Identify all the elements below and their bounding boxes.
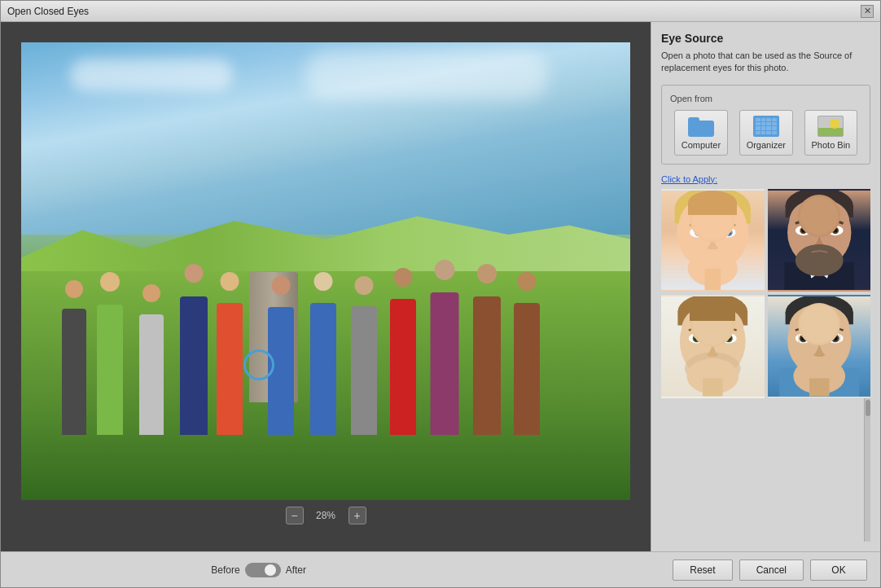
face-thumbnail-2[interactable]	[768, 189, 871, 292]
close-button[interactable]: ✕	[861, 5, 874, 18]
svg-point-49	[799, 335, 807, 343]
svg-rect-40	[703, 379, 723, 397]
selection-circle-overlay	[243, 349, 274, 380]
svg-point-9	[726, 230, 731, 235]
before-after-toggle: Before After	[211, 563, 469, 577]
main-content: − 28% + Eye Source Open a photo that can…	[1, 22, 880, 551]
folder-icon	[688, 116, 714, 137]
open-from-label: Open from	[670, 94, 861, 103]
person-11	[469, 264, 505, 435]
svg-point-31	[682, 305, 743, 353]
photo-background	[21, 42, 630, 500]
svg-point-4	[690, 227, 706, 237]
svg-point-52	[833, 336, 837, 340]
eye-source-title: Eye Source	[661, 32, 870, 45]
photo-preview	[21, 42, 630, 500]
zoom-in-button[interactable]: +	[348, 507, 366, 524]
open-from-group: Open from Computer	[661, 85, 870, 165]
click-to-apply-label: Click to Apply:	[661, 174, 870, 184]
face-thumbnails-grid	[661, 189, 870, 398]
svg-point-35	[693, 335, 701, 343]
bottom-bar: Before After Reset Cancel OK	[1, 551, 880, 587]
computer-button[interactable]: Computer	[674, 110, 728, 156]
dialog-open-closed-eyes: Open Closed Eyes ✕	[0, 0, 881, 588]
svg-point-51	[800, 336, 804, 340]
before-after-switch[interactable]	[245, 563, 281, 577]
people-group	[54, 191, 598, 435]
photo-bin-button[interactable]: Photo Bin	[804, 110, 858, 156]
person-4	[176, 264, 212, 435]
person-7	[306, 272, 340, 435]
reset-button[interactable]: Reset	[673, 559, 732, 581]
svg-point-25	[833, 228, 837, 232]
svg-point-19	[789, 199, 849, 243]
ok-button[interactable]: OK	[810, 559, 867, 581]
photo-bin-icon	[817, 116, 844, 137]
person-12	[510, 272, 544, 435]
person-9	[386, 268, 420, 435]
cancel-button[interactable]: Cancel	[739, 559, 804, 581]
svg-rect-12	[704, 268, 721, 290]
dialog-title: Open Closed Eyes	[7, 6, 89, 17]
svg-point-22	[800, 226, 807, 234]
person-3	[135, 284, 168, 435]
person-1	[58, 280, 90, 435]
svg-point-5	[720, 227, 736, 237]
right-panel: Eye Source Open a photo that can be used…	[651, 22, 880, 551]
face-thumbnail-4[interactable]	[768, 295, 871, 398]
person-8	[347, 276, 381, 435]
svg-point-20	[795, 226, 811, 235]
after-label: After	[286, 564, 306, 576]
face-thumbnail-1[interactable]	[661, 189, 765, 292]
person-5	[213, 272, 247, 435]
person-10	[427, 260, 462, 435]
zoom-controls: − 28% +	[286, 500, 366, 531]
svg-point-6	[695, 228, 703, 236]
zoom-out-button[interactable]: −	[286, 507, 304, 524]
svg-point-37	[695, 336, 699, 340]
grid-icon	[753, 116, 779, 137]
svg-point-24	[801, 228, 805, 232]
svg-point-8	[696, 230, 701, 235]
open-from-buttons: Computer Organizer	[670, 110, 861, 156]
svg-rect-55	[809, 379, 830, 397]
svg-point-7	[725, 228, 733, 236]
title-bar: Open Closed Eyes ✕	[1, 1, 880, 22]
photo-panel: − 28% +	[1, 22, 651, 551]
person-2	[93, 272, 127, 435]
eye-source-description: Open a photo that can be used as the Sou…	[661, 50, 870, 75]
svg-point-36	[725, 335, 733, 343]
face-thumbnail-3[interactable]	[661, 295, 765, 398]
organizer-label: Organizer	[747, 140, 786, 150]
svg-point-38	[726, 336, 730, 340]
computer-label: Computer	[682, 140, 721, 150]
svg-point-27	[801, 244, 837, 261]
photo-bin-label: Photo Bin	[812, 140, 851, 150]
organizer-button[interactable]: Organizer	[739, 110, 793, 156]
zoom-level: 28%	[312, 510, 340, 521]
before-label: Before	[211, 564, 239, 576]
